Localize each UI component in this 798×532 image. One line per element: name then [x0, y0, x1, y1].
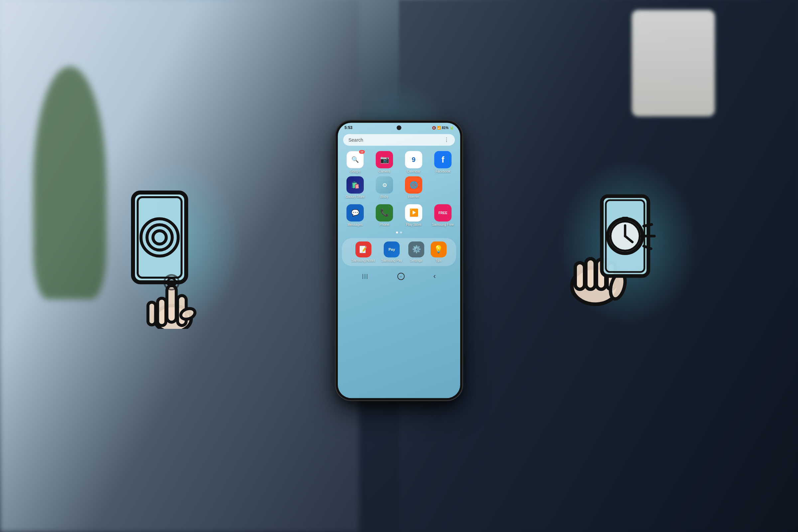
- facebook-icon: f: [434, 151, 452, 168]
- camera-notch: [397, 125, 401, 130]
- phone-icon: 📞: [376, 204, 393, 222]
- app-grid: 🔍 10 Google 📷 Camera 9: [338, 148, 460, 202]
- galaxy-store-icon: 🛍️: [346, 176, 364, 193]
- app-play-store[interactable]: ▶️ Play Store: [400, 204, 427, 227]
- messages-icon: 💬: [346, 204, 364, 222]
- svg-rect-22: [586, 259, 595, 289]
- dock-tips[interactable]: 💡 Tips: [431, 241, 446, 263]
- samsung-notes-icon: 📝: [356, 241, 372, 258]
- svg-rect-21: [575, 263, 585, 289]
- dock-settings[interactable]: ⚙️ Settings: [408, 241, 424, 263]
- tap-gesture-icon: [126, 189, 226, 329]
- dock-samsung-notes[interactable]: 📝 Samsung Notes: [352, 241, 375, 263]
- app-calendar[interactable]: 9 Calendar: [400, 151, 427, 174]
- nav-recent[interactable]: |||: [362, 273, 368, 279]
- svg-line-33: [644, 225, 652, 226]
- galaxy-store-label: Galaxy Store: [345, 195, 365, 199]
- samsung-pay-label: Samsung Pay: [381, 259, 402, 263]
- app-dock-row: 💬 Messages 📞 Phone ▶️ Play Store FREE Sa…: [338, 202, 460, 229]
- tips-icon: 💡: [431, 241, 446, 258]
- samsung-pay-icon: Pay: [384, 241, 400, 258]
- svg-rect-1: [138, 197, 182, 278]
- calendar-label: Calendar: [407, 170, 421, 174]
- status-icons: 🔇 📶 81% 🔋: [432, 126, 454, 130]
- play-store-icon: ▶️: [405, 204, 422, 222]
- nav-home[interactable]: ○: [397, 273, 405, 280]
- svg-rect-8: [158, 298, 166, 325]
- google-label: Google: [350, 170, 360, 174]
- app-messages[interactable]: 💬 Messages: [342, 204, 368, 227]
- settings-label: Settings: [410, 259, 422, 263]
- app-galaxy-store[interactable]: 🛍️ Galaxy Store: [342, 176, 368, 199]
- app-internet[interactable]: 🌐 Internet: [400, 176, 427, 199]
- phone-label: Phone: [380, 223, 390, 227]
- app-samsung-free[interactable]: FREE Samsung Free: [430, 204, 456, 227]
- nav-back[interactable]: ‹: [433, 272, 436, 281]
- page-indicator: [338, 229, 460, 235]
- samsung-notes-label: Samsung Notes: [352, 259, 375, 263]
- search-menu-dots[interactable]: ⋮: [444, 137, 450, 143]
- messages-label: Messages: [347, 223, 363, 227]
- tips-label: Tips: [435, 259, 441, 263]
- app-facebook[interactable]: f Facebook: [430, 151, 456, 174]
- phone-screen: 5:53 🔇 📶 81% 🔋 Search ⋮: [338, 123, 460, 398]
- svg-rect-32: [622, 217, 628, 221]
- phone-frame: 5:53 🔇 📶 81% 🔋 Search ⋮: [336, 121, 462, 400]
- camera-label: Camera: [378, 170, 391, 174]
- bixby-icon: ⊙: [376, 176, 393, 193]
- dot-1: [396, 231, 398, 233]
- nav-bar: ||| ○ ‹: [338, 269, 460, 284]
- app-bixby[interactable]: ⊙ Bixby: [371, 176, 398, 199]
- camera-icon: 📷: [376, 151, 393, 168]
- decor-object: [632, 10, 715, 116]
- search-bar[interactable]: Search ⋮: [343, 134, 455, 146]
- app-empty: [430, 176, 456, 199]
- plant-decoration: [33, 66, 107, 299]
- dot-2: [400, 231, 402, 233]
- samsung-free-icon: FREE: [434, 204, 452, 222]
- search-placeholder: Search: [348, 137, 363, 142]
- svg-rect-9: [148, 302, 156, 325]
- dock-samsung-pay[interactable]: Pay Samsung Pay: [381, 241, 402, 263]
- bixby-label: Bixby: [380, 195, 388, 199]
- timer-gesture-icon: [565, 193, 672, 326]
- mute-icon: 🔇: [432, 126, 436, 130]
- battery-text: 81%: [442, 126, 449, 130]
- svg-rect-6: [167, 286, 176, 322]
- app-phone[interactable]: 📞 Phone: [371, 204, 398, 227]
- internet-icon: 🌐: [405, 176, 422, 193]
- battery-icon: 🔋: [450, 126, 454, 130]
- samsung-free-label: Samsung Free: [432, 223, 454, 227]
- app-dock: 📝 Samsung Notes Pay Samsung Pay ⚙️ Setti…: [342, 238, 456, 266]
- google-icon: 🔍 10: [346, 151, 364, 168]
- settings-icon: ⚙️: [408, 241, 424, 258]
- wifi-icon: 📶: [437, 126, 441, 130]
- calendar-icon: 9: [405, 151, 422, 168]
- internet-label: Internet: [408, 195, 419, 199]
- app-google[interactable]: 🔍 10 Google: [342, 151, 368, 174]
- google-badge: 10: [359, 150, 365, 154]
- app-camera[interactable]: 📷 Camera: [371, 151, 398, 174]
- status-time: 5:53: [344, 125, 353, 130]
- facebook-label: Facebook: [436, 170, 450, 174]
- play-store-label: Play Store: [406, 223, 421, 227]
